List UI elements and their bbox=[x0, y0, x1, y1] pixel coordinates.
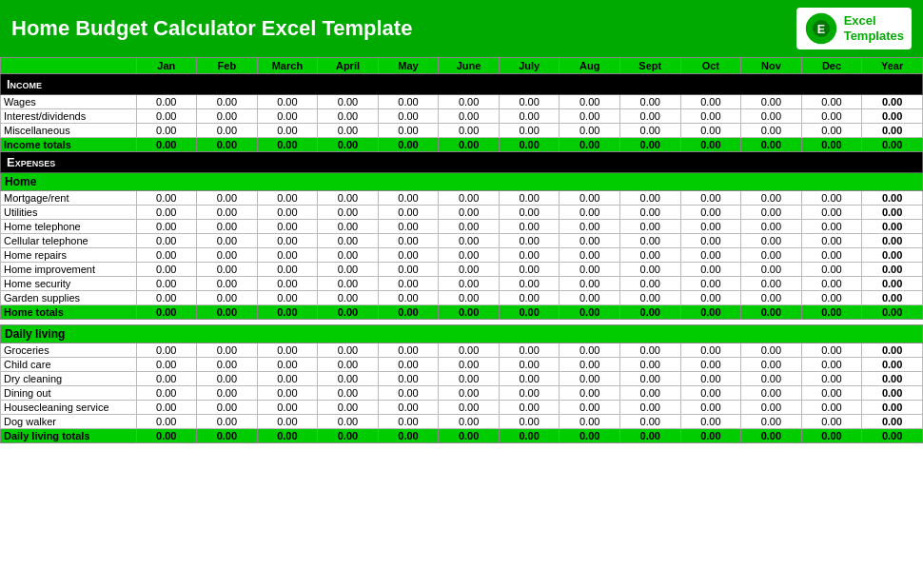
table-row: Groceries 0.000.000.000.000.000.000.000.… bbox=[1, 343, 923, 358]
col-header-label bbox=[1, 58, 137, 74]
page-title: Home Budget Calculator Excel Template bbox=[11, 16, 412, 41]
table-row: Dining out 0.000.000.000.000.000.000.000… bbox=[1, 386, 923, 401]
logo-line2: Templates bbox=[844, 29, 904, 44]
home-label: Home bbox=[1, 173, 923, 191]
col-header-march: March bbox=[257, 58, 318, 74]
table-row: Mortgage/rent 0.000.000.000.000.000.000.… bbox=[1, 191, 923, 206]
table-row: Home improvement 0.000.000.000.000.000.0… bbox=[1, 263, 923, 277]
table-row: Utilities 0.000.000.000.000.000.000.000.… bbox=[1, 206, 923, 220]
table-row: Child care 0.000.000.000.000.000.000.000… bbox=[1, 358, 923, 372]
col-header-year: Year bbox=[862, 58, 923, 74]
table-row: Dog walker 0.000.000.000.000.000.000.000… bbox=[1, 415, 923, 429]
logo-area: E Excel Templates bbox=[796, 8, 912, 49]
home-subsection-header: Home bbox=[1, 173, 923, 191]
miscellaneous-label: Miscellaneous bbox=[1, 124, 137, 138]
table-row: Home telephone 0.000.000.000.000.000.000… bbox=[1, 220, 923, 234]
table-row: Cellular telephone 0.000.000.000.000.000… bbox=[1, 234, 923, 248]
col-header-nov: Nov bbox=[741, 58, 802, 74]
logo-line1: Excel bbox=[844, 13, 904, 29]
expenses-section-header: Expenses bbox=[1, 152, 923, 173]
income-totals-label: Income totals bbox=[1, 138, 137, 152]
wages-label: Wages bbox=[1, 95, 137, 109]
table-row: Home repairs 0.000.000.000.000.000.000.0… bbox=[1, 248, 923, 263]
table-row: Miscellaneous 0.000.000.000.000.000.000.… bbox=[1, 124, 923, 138]
bottom-separator bbox=[1, 443, 923, 449]
col-header-aug: Aug bbox=[560, 58, 620, 74]
col-header-july: July bbox=[499, 58, 560, 74]
home-totals-row: Home totals 0.000.000.000.000.000.000.00… bbox=[1, 305, 923, 320]
col-header-may: May bbox=[378, 58, 439, 74]
table-row: Housecleaning service 0.000.000.000.000.… bbox=[1, 401, 923, 415]
daily-living-totals-row: Daily living totals 0.000.000.000.000.00… bbox=[1, 429, 923, 443]
table-row: Garden supplies 0.000.000.000.000.000.00… bbox=[1, 291, 923, 305]
income-totals-row: Income totals 0.000.000.000.000.000.000.… bbox=[1, 138, 923, 152]
svg-text:E: E bbox=[816, 23, 824, 36]
col-header-sept: Sept bbox=[620, 58, 681, 74]
excel-logo-icon: E bbox=[804, 11, 838, 46]
col-header-jan: Jan bbox=[136, 58, 197, 74]
table-row: Home security 0.000.000.000.000.000.000.… bbox=[1, 277, 923, 291]
header-bar: Home Budget Calculator Excel Template E … bbox=[0, 0, 923, 57]
expenses-label: Expenses bbox=[1, 152, 923, 173]
col-header-feb: Feb bbox=[197, 58, 258, 74]
column-header-row: Jan Feb March April May June July Aug Se… bbox=[1, 58, 923, 74]
income-label: Income bbox=[1, 74, 923, 95]
table-row: Dry cleaning 0.000.000.000.000.000.000.0… bbox=[1, 372, 923, 386]
budget-table: Jan Feb March April May June July Aug Se… bbox=[0, 57, 923, 449]
table-row: Wages 0.000.000.000.000.000.000.000.000.… bbox=[1, 95, 923, 109]
income-section-header: Income bbox=[1, 74, 923, 95]
col-header-june: June bbox=[439, 58, 500, 74]
col-header-oct: Oct bbox=[680, 58, 741, 74]
col-header-april: April bbox=[318, 58, 379, 74]
col-header-dec: Dec bbox=[801, 58, 862, 74]
daily-living-label: Daily living bbox=[1, 325, 923, 343]
cell[interactable]: 0.00 bbox=[136, 95, 197, 109]
interest-dividends-label: Interest/dividends bbox=[1, 109, 137, 124]
daily-living-subsection-header: Daily living bbox=[1, 325, 923, 343]
table-row: Interest/dividends 0.000.000.000.000.000… bbox=[1, 109, 923, 124]
